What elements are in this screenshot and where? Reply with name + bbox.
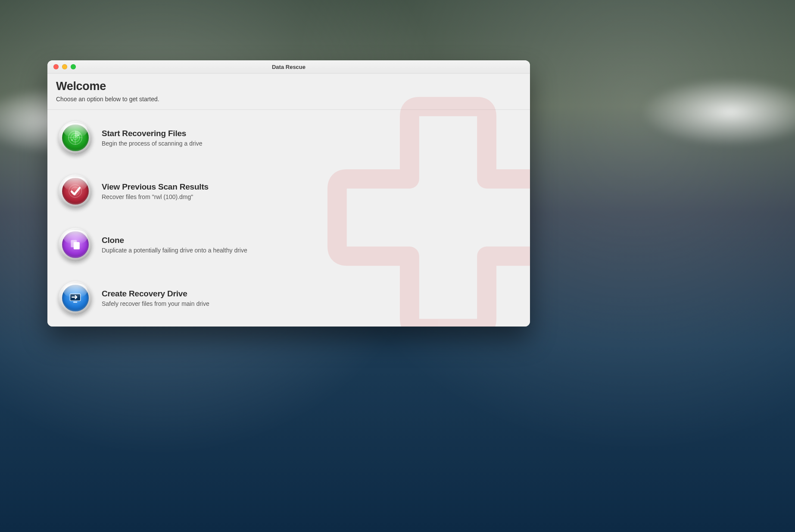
svg-point-6 bbox=[78, 135, 79, 137]
option-view-previous[interactable]: View Previous Scan Results Recover files… bbox=[56, 171, 521, 212]
option-create-recovery-drive[interactable]: Create Recovery Drive Safely recover fil… bbox=[56, 278, 521, 318]
option-desc: Safely recover files from your main driv… bbox=[102, 300, 209, 307]
option-title: Clone bbox=[102, 236, 247, 245]
svg-point-5 bbox=[72, 140, 73, 141]
option-desc: Begin the process of scanning a drive bbox=[102, 140, 202, 147]
minimize-icon[interactable] bbox=[62, 64, 67, 69]
duplicate-icon bbox=[59, 228, 92, 261]
welcome-header: Welcome Choose an option below to get st… bbox=[47, 74, 530, 110]
option-desc: Recover files from "rwl (100).dmg" bbox=[102, 193, 209, 200]
option-desc: Duplicate a potentially failing drive on… bbox=[102, 247, 247, 254]
option-text: Clone Duplicate a potentially failing dr… bbox=[102, 236, 247, 254]
window-controls bbox=[53, 64, 76, 69]
option-text: Start Recovering Files Begin the process… bbox=[102, 129, 202, 147]
zoom-icon[interactable] bbox=[71, 64, 76, 69]
option-clone[interactable]: Clone Duplicate a potentially failing dr… bbox=[56, 224, 521, 265]
titlebar: Data Rescue bbox=[47, 60, 530, 74]
option-title: Start Recovering Files bbox=[102, 129, 202, 138]
option-start-recovering[interactable]: Start Recovering Files Begin the process… bbox=[56, 118, 521, 158]
svg-rect-10 bbox=[74, 242, 80, 249]
monitor-arrow-icon bbox=[59, 281, 92, 315]
page-subtitle: Choose an option below to get started. bbox=[56, 96, 521, 103]
option-title: Create Recovery Drive bbox=[102, 289, 209, 299]
radar-icon bbox=[59, 121, 92, 155]
close-icon[interactable] bbox=[53, 64, 59, 69]
option-title: View Previous Scan Results bbox=[102, 182, 209, 192]
options-area: Start Recovering Files Begin the process… bbox=[47, 110, 530, 327]
option-text: View Previous Scan Results Recover files… bbox=[102, 182, 209, 200]
page-title: Welcome bbox=[56, 80, 521, 93]
svg-rect-12 bbox=[73, 302, 77, 303]
window-title: Data Rescue bbox=[272, 64, 306, 70]
option-text: Create Recovery Drive Safely recover fil… bbox=[102, 289, 209, 307]
app-window: Data Rescue Welcome Choose an option bel… bbox=[47, 60, 530, 327]
checkmark-radar-icon bbox=[59, 174, 92, 208]
